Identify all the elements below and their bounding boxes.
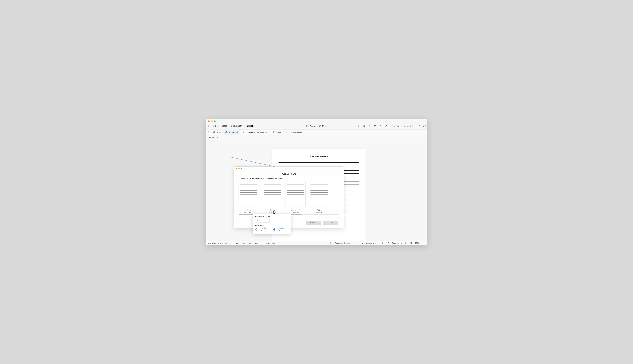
svg-point-3 [320, 126, 321, 126]
settings-icon[interactable] [384, 124, 387, 128]
nav-row: ⠿ Home Score Sequencer Publish Parts Mix… [206, 123, 427, 130]
print-dialog-button[interactable]: Print [323, 220, 338, 225]
score-composer: Николай Метнер [278, 155, 359, 158]
cancel-button[interactable]: Cancel [306, 220, 321, 225]
minimize-window-button[interactable] [211, 120, 212, 122]
zoom-level[interactable]: 100% ▾ [415, 242, 421, 244]
metronome-icon[interactable] [379, 124, 382, 128]
loop-icon[interactable] [374, 124, 377, 128]
canvas: Николай Метнер лись, цвет по - блек - ну… [206, 139, 427, 241]
print-parts-icon [225, 131, 228, 134]
part-choir[interactable]: Petite Chaconne Choir 40 COPIES [239, 181, 259, 213]
step-up-icon[interactable]: ▲ [267, 219, 269, 220]
upload-label: Upload to MuseScore.com [246, 131, 268, 134]
svg-point-2 [320, 126, 320, 127]
tab-score[interactable]: Score [221, 123, 227, 129]
part-name: Piano [262, 209, 282, 212]
grip-icon[interactable]: ⠿ [207, 125, 210, 127]
order-option-grouped[interactable]: 111-222-333 [255, 227, 270, 232]
grip-icon-4[interactable]: ⠿ [329, 242, 333, 244]
app-window: ⠿ Home Score Sequencer Publish Parts Mix… [206, 119, 427, 245]
grip-icon-2[interactable]: ⠿ [357, 125, 361, 127]
part-name: Cello [309, 209, 329, 212]
zoom-out-icon[interactable] [410, 242, 413, 245]
part-name: Oboe 1+2 [286, 209, 305, 212]
parts-button[interactable]: Parts [305, 124, 315, 128]
part-thumb: Petite Chaconne [239, 181, 259, 207]
export-button[interactable]: Export [270, 130, 283, 135]
grip-icon-3[interactable]: ⠿ [207, 131, 210, 134]
print-icon [213, 131, 216, 134]
part-copies: 1 COPY [309, 212, 329, 213]
svg-point-4 [386, 126, 386, 126]
time-display: 0:00:00:0 [392, 125, 399, 127]
nav-tabs: Home Score Sequencer Publish [212, 123, 253, 129]
mixer-button[interactable]: Mixer [317, 124, 328, 128]
dialog-subheading: Select a part to specify the number of c… [239, 177, 339, 179]
svg-point-1 [319, 126, 319, 126]
dialog-maximize-button[interactable] [241, 168, 242, 169]
separator [354, 242, 354, 244]
tab-sequencer[interactable]: Sequencer [231, 123, 242, 129]
dialog-heading: Available Parts [239, 173, 339, 175]
parts-label: Parts [310, 125, 314, 127]
separator [390, 125, 390, 128]
step-down-icon[interactable]: ▼ [267, 220, 269, 222]
titlebar [206, 120, 427, 123]
copies-label: Number of copies [255, 216, 288, 218]
redo-icon[interactable] [423, 124, 426, 128]
print-parts-button[interactable]: Print Parts [223, 130, 239, 135]
rewind-icon[interactable] [363, 124, 366, 128]
copies-stepper[interactable]: ▲▼ [255, 219, 269, 222]
dialog-title: Print Parts [285, 168, 293, 170]
status-bar: Note; Pitch: B4; Duration: Crotchet; Voi… [206, 241, 427, 245]
separator [415, 125, 415, 128]
tuning-fork-icon[interactable] [361, 242, 364, 245]
copies-popover: Number of copies ▲▼ Print order 111-222-… [253, 214, 291, 234]
upload-button[interactable]: Upload to MuseScore.com [240, 130, 270, 135]
position-display: 1 . 1 [402, 125, 405, 127]
doc-tab-title: Untitled* [208, 136, 215, 138]
mixer-icon [318, 124, 321, 128]
check-icon[interactable]: ✓ [356, 242, 359, 244]
print-parts-label: Print Parts [229, 131, 238, 134]
close-window-button[interactable] [208, 120, 209, 122]
print-order-label: Print order [255, 224, 288, 226]
status-info: Note; Pitch: B4; Duration: Crotchet; Voi… [208, 242, 275, 244]
part-thumb: Petite Chaconne [286, 181, 305, 207]
export-label: Export [276, 131, 281, 134]
radio-icon [273, 228, 275, 230]
print-button[interactable]: Print [211, 130, 222, 135]
part-thumb: Petite Chaconne [309, 181, 329, 207]
page-view-selector[interactable]: Page view ▾ [392, 242, 402, 244]
workspace-selector[interactable]: Workspace: Default ▾ [335, 242, 352, 244]
parts-icon [306, 124, 309, 128]
more-icon[interactable]: ⋯ [424, 242, 425, 244]
part-thumb: Petite Chaconne [262, 181, 282, 207]
svg-rect-14 [388, 242, 389, 244]
concert-pitch-label[interactable]: Concert pitch [366, 242, 377, 244]
play-icon[interactable] [368, 124, 371, 128]
image-capture-button[interactable]: Image Capture [284, 130, 303, 135]
part-cello[interactable]: Petite Chaconne Cello 1 COPY [309, 181, 329, 213]
grip-icon-5[interactable]: ⠿ [381, 242, 385, 244]
dialog-minimize-button[interactable] [238, 168, 240, 169]
radio-icon [255, 228, 257, 230]
part-oboe[interactable]: Petite Chaconne Oboe 1+2 2 COPIES [286, 181, 305, 213]
undo-icon[interactable] [418, 124, 421, 128]
tab-publish[interactable]: Publish [246, 123, 254, 129]
zoom-in-icon[interactable] [404, 242, 408, 245]
dialog-close-button[interactable] [236, 168, 237, 169]
camera-icon [285, 131, 288, 134]
publish-toolbar: ⠿ Print Print Parts Upload to MuseScore.… [206, 130, 427, 135]
tab-home[interactable]: Home [212, 123, 218, 129]
close-tab-icon[interactable]: ✕ [216, 136, 218, 138]
order-option-collated[interactable]: 123-123-123 [273, 227, 288, 232]
order-opt2-label: 123-123-123 [276, 227, 288, 232]
document-tab[interactable]: Untitled* ✕ [207, 136, 219, 139]
part-piano[interactable]: Petite Chaconne Piano 1 COPY [262, 181, 282, 213]
parts-list: Petite Chaconne Choir 40 COPIES Petite C… [239, 181, 339, 213]
part-name: Choir [239, 209, 259, 212]
maximize-window-button[interactable] [214, 120, 215, 122]
copies-input[interactable] [255, 220, 267, 222]
